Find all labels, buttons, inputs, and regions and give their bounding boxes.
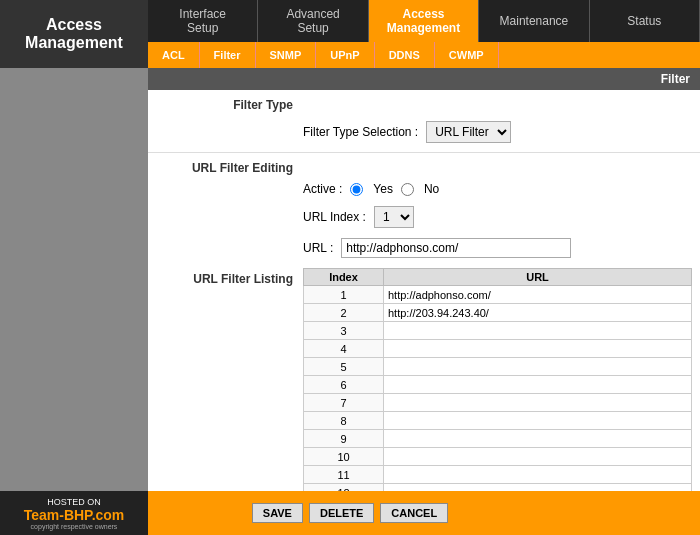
url-row: URL : [148,233,700,263]
table-cell-url [384,358,692,376]
section-title: Filter [148,68,700,90]
tab-maintenance[interactable]: Maintenance [479,0,589,42]
tab-interface-setup[interactable]: Interface Setup [148,0,258,42]
table-cell-index: 9 [304,430,384,448]
url-table-container: Index URL 1http://adphonso.com/2http://2… [303,268,700,491]
active-no-radio[interactable] [401,183,414,196]
logo-line2: Management [25,34,123,51]
table-cell-index: 8 [304,412,384,430]
footer-logo: HOSTED ON Team-BHP.com copyright respect… [0,491,148,535]
subnav-ddns[interactable]: DDNS [375,42,435,68]
subnav-cwmp[interactable]: CWMP [435,42,499,68]
url-filter-editing-label: URL Filter Editing [148,161,303,175]
url-input[interactable] [341,238,571,258]
filter-type-selection-row: Filter Type Selection : URL Filter [148,116,700,148]
footer-hosted: HOSTED ON [47,497,101,507]
table-cell-index: 7 [304,394,384,412]
table-row: 1http://adphonso.com/ [304,286,692,304]
tab-advanced-setup[interactable]: Advanced Setup [258,0,368,42]
url-index-content: URL Index : 1 [303,206,700,228]
tab-status[interactable]: Status [590,0,700,42]
url-content: URL : [303,238,700,258]
table-row: 11 [304,466,692,484]
filter-type-row: Filter Type [148,90,700,116]
table-cell-url [384,340,692,358]
filter-type-select[interactable]: URL Filter [426,121,511,143]
url-index-select[interactable]: 1 [374,206,414,228]
active-row: Active : Yes No [148,177,700,201]
nav-area: Interface Setup Advanced Setup Access Ma… [148,0,700,68]
url-label: URL : [303,241,333,255]
table-cell-url [384,448,692,466]
table-row: 10 [304,448,692,466]
footer-brand: Team-BHP.com [24,507,125,523]
table-row: 9 [304,430,692,448]
url-filter-editing-row: URL Filter Editing [148,157,700,177]
footer: HOSTED ON Team-BHP.com copyright respect… [0,491,700,535]
table-cell-index: 1 [304,286,384,304]
nav-tabs: Interface Setup Advanced Setup Access Ma… [148,0,700,42]
url-index-row: URL Index : 1 [148,201,700,233]
table-cell-url [384,322,692,340]
subnav-upnp[interactable]: UPnP [316,42,374,68]
save-button[interactable]: SAVE [252,503,303,523]
active-yes-label: Yes [373,182,393,196]
table-cell-url [384,430,692,448]
cancel-button[interactable]: CANCEL [380,503,448,523]
table-cell-url [384,412,692,430]
table-row: 8 [304,412,692,430]
filter-type-selection-content: Filter Type Selection : URL Filter [303,121,700,143]
table-row: 3 [304,322,692,340]
header: Access Management Interface Setup Advanc… [0,0,700,68]
table-cell-url: http://adphonso.com/ [384,286,692,304]
table-row: 2http://203.94.243.40/ [304,304,692,322]
url-filter-listing-label: URL Filter Listing [148,268,303,286]
logo-line1: Access [46,16,102,33]
table-row: 7 [304,394,692,412]
sidebar [0,68,148,491]
active-content: Active : Yes No [303,182,700,196]
table-cell-index: 5 [304,358,384,376]
table-cell-url [384,484,692,492]
table-row: 4 [304,340,692,358]
url-index-label: URL Index : [303,210,366,224]
active-yes-radio[interactable] [350,183,363,196]
table-cell-index: 10 [304,448,384,466]
table-cell-url: http://203.94.243.40/ [384,304,692,322]
table-cell-index: 6 [304,376,384,394]
table-cell-index: 11 [304,466,384,484]
content: Filter Filter Type Filter Type Selection… [148,68,700,491]
active-no-label: No [424,182,439,196]
table-row: 6 [304,376,692,394]
tab-access-management[interactable]: Access Management [369,0,479,42]
subnav-filter[interactable]: Filter [200,42,256,68]
table-cell-url [384,394,692,412]
table-cell-index: 4 [304,340,384,358]
table-cell-index: 12 [304,484,384,492]
filter-type-label: Filter Type [148,98,303,112]
footer-copy: copyright respective owners [31,523,118,530]
filter-type-selection-label: Filter Type Selection : [303,125,418,139]
url-filter-table: Index URL 1http://adphonso.com/2http://2… [303,268,692,491]
delete-button[interactable]: DELETE [309,503,374,523]
table-cell-url [384,376,692,394]
subnav-acl[interactable]: ACL [148,42,200,68]
sub-nav: ACL Filter SNMP UPnP DDNS CWMP [148,42,700,68]
table-row: 5 [304,358,692,376]
table-row: 12 [304,484,692,492]
subnav-snmp[interactable]: SNMP [256,42,317,68]
col-url-header: URL [384,269,692,286]
table-cell-index: 3 [304,322,384,340]
main-area: Filter Filter Type Filter Type Selection… [0,68,700,491]
logo: Access Management [0,0,148,68]
table-cell-index: 2 [304,304,384,322]
table-cell-url [384,466,692,484]
active-label: Active : [303,182,342,196]
col-index-header: Index [304,269,384,286]
url-filter-listing-row: URL Filter Listing Index URL 1http://adp… [148,263,700,491]
